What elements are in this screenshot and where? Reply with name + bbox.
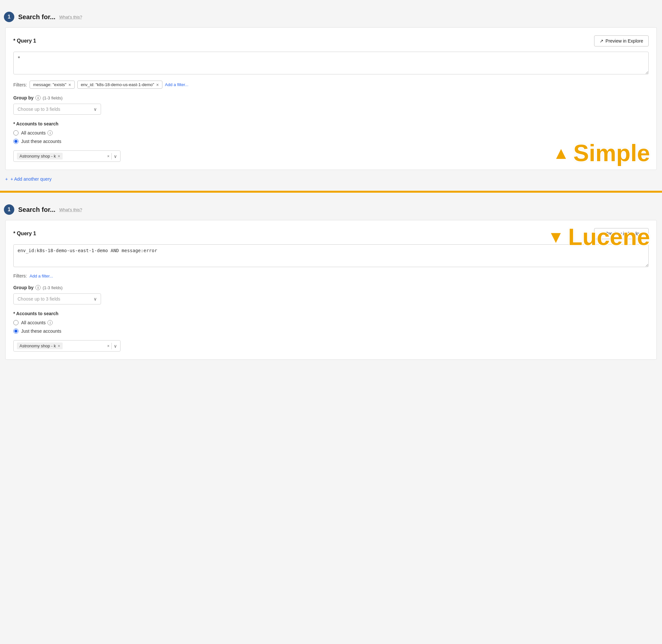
radio-all-input-lucene[interactable] <box>13 320 19 325</box>
radio-just-label-lucene: Just these accounts <box>21 328 62 334</box>
chip-remove-lucene[interactable]: × <box>58 344 60 348</box>
group-by-text-lucene: Group by <box>13 285 33 290</box>
account-chip-text-lucene: Astronomy shop - k <box>20 343 56 348</box>
radio-just-accounts-lucene[interactable]: Just these accounts <box>13 328 649 334</box>
query-input-simple[interactable]: * <box>13 52 649 74</box>
accounts-label-simple: * Accounts to search <box>13 121 649 127</box>
accounts-section-simple: * Accounts to search All accounts i Just… <box>13 121 649 162</box>
whats-this-simple[interactable]: What's this? <box>60 15 82 20</box>
radio-all-accounts-simple[interactable]: All accounts i <box>13 130 649 136</box>
account-chips-actions-lucene: × ∨ <box>107 343 117 349</box>
filter-chip-envid: env_id: "k8s-18-demo-us-east-1-demo" × <box>77 80 162 89</box>
section-title-lucene: Search for... <box>18 206 55 213</box>
add-filter-btn-lucene[interactable]: Add a filter... <box>29 274 53 278</box>
filters-label-simple: Filters: <box>13 82 27 87</box>
group-by-info-icon-simple[interactable]: i <box>36 95 41 100</box>
card-header-lucene: * Query 1 ↗ Preview in Explore <box>13 228 649 239</box>
chips-clear-lucene[interactable]: × <box>107 344 110 348</box>
group-by-dropdown-simple[interactable]: Choose up to 3 fields ∨ <box>13 104 101 115</box>
section-header-lucene: 1 Search for... What's this? <box>0 199 662 220</box>
group-by-placeholder-simple: Choose up to 3 fields <box>18 107 61 112</box>
group-by-section-simple: Group by i (1-3 fields) Choose up to 3 f… <box>13 95 649 115</box>
radio-all-input-simple[interactable] <box>13 130 19 136</box>
filter-chip-message: message: "exists" × <box>29 80 75 89</box>
preview-btn-label-lucene: Preview in Explore <box>606 231 643 236</box>
group-by-info-icon-lucene[interactable]: i <box>36 285 41 290</box>
radio-just-accounts-simple[interactable]: Just these accounts <box>13 139 649 144</box>
radio-all-label-simple: All accounts i <box>21 130 53 136</box>
group-by-label-simple: Group by i (1-3 fields) <box>13 95 649 100</box>
radio-just-input-simple[interactable] <box>13 139 19 144</box>
preview-btn-simple[interactable]: ↗ Preview in Explore <box>594 36 649 46</box>
filters-label-lucene: Filters: <box>13 273 27 278</box>
filter-chip-envid-text: env_id: "k8s-18-demo-us-east-1-demo" <box>81 82 154 87</box>
accounts-label-lucene: * Accounts to search <box>13 311 649 316</box>
section-lucene: 1 Search for... What's this? ▼ Lucene * … <box>0 193 662 366</box>
radio-all-label-lucene: All accounts i <box>21 320 53 325</box>
account-chip-lucene: Astronomy shop - k × <box>17 343 63 349</box>
group-by-dropdown-lucene[interactable]: Choose up to 3 fields ∨ <box>13 293 101 304</box>
accounts-label-text-lucene: * Accounts to search <box>13 311 58 316</box>
preview-btn-label-simple: Preview in Explore <box>606 38 643 44</box>
radio-group-lucene: All accounts i Just these accounts Astro… <box>13 320 649 351</box>
accounts-section-lucene: * Accounts to search All accounts i Just… <box>13 311 649 351</box>
group-by-label-lucene: Group by i (1-3 fields) <box>13 285 649 290</box>
chips-chevron-lucene[interactable]: ∨ <box>114 343 117 349</box>
account-chips-actions-simple: × ∨ <box>107 153 117 160</box>
preview-btn-lucene[interactable]: ↗ Preview in Explore <box>594 228 649 239</box>
field-count-simple: (1-3 fields) <box>43 95 62 100</box>
group-by-placeholder-lucene: Choose up to 3 fields <box>18 296 61 301</box>
chips-chevron-simple[interactable]: ∨ <box>114 154 117 159</box>
radio-all-accounts-lucene[interactable]: All accounts i <box>13 320 649 325</box>
add-query-btn[interactable]: + + Add another query <box>0 170 662 184</box>
filter-chip-envid-remove[interactable]: × <box>156 83 159 87</box>
account-chips-row-lucene: Astronomy shop - k × × ∨ <box>13 340 120 351</box>
add-filter-btn-simple[interactable]: Add a filter... <box>165 82 188 87</box>
radio-all-label-text-lucene: All accounts <box>21 320 46 325</box>
group-by-section-lucene: Group by i (1-3 fields) Choose up to 3 f… <box>13 285 649 304</box>
chevron-down-icon-lucene: ∨ <box>94 296 97 301</box>
add-query-icon: + <box>5 177 8 182</box>
chips-clear-simple[interactable]: × <box>107 154 110 159</box>
radio-just-input-lucene[interactable] <box>13 328 19 334</box>
step-badge-simple: 1 <box>4 12 14 22</box>
group-by-text-simple: Group by <box>13 95 33 100</box>
chip-remove-simple[interactable]: × <box>58 154 60 159</box>
all-accounts-info-icon-simple[interactable]: i <box>47 130 53 136</box>
query-input-lucene[interactable]: env_id:k8s-18-demo-us-east-1-demo AND me… <box>13 244 649 267</box>
query-label-simple: * Query 1 <box>13 38 36 44</box>
filter-chip-message-remove[interactable]: × <box>68 83 71 87</box>
section-title-simple: Search for... <box>18 13 55 21</box>
step-badge-lucene: 1 <box>4 204 14 215</box>
filters-row-simple: Filters: message: "exists" × env_id: "k8… <box>13 80 649 89</box>
filter-chip-message-text: message: "exists" <box>33 82 66 87</box>
accounts-label-text-simple: * Accounts to search <box>13 121 58 127</box>
section-simple: 1 Search for... What's this? * Query 1 ↗… <box>0 0 662 191</box>
account-chip-simple: Astronomy shop - k × <box>17 153 63 160</box>
card-header-simple: * Query 1 ↗ Preview in Explore <box>13 36 649 46</box>
external-link-icon-lucene: ↗ <box>600 231 604 236</box>
all-accounts-info-icon-lucene[interactable]: i <box>47 320 53 325</box>
account-chips-row-simple: Astronomy shop - k × × ∨ <box>13 151 120 162</box>
filters-row-lucene: Filters: Add a filter... <box>13 273 649 278</box>
radio-group-simple: All accounts i Just these accounts Astro… <box>13 130 649 162</box>
add-query-label: + Add another query <box>10 177 52 182</box>
section-header-simple: 1 Search for... What's this? <box>0 6 662 27</box>
card-lucene: ▼ Lucene * Query 1 ↗ Preview in Explore … <box>5 220 657 360</box>
radio-just-label-simple: Just these accounts <box>21 139 62 144</box>
field-count-lucene: (1-3 fields) <box>43 285 62 290</box>
external-link-icon: ↗ <box>600 38 604 44</box>
whats-this-lucene[interactable]: What's this? <box>60 207 82 212</box>
chevron-down-icon-simple: ∨ <box>94 107 97 112</box>
account-chip-text-simple: Astronomy shop - k <box>20 154 56 159</box>
card-simple: * Query 1 ↗ Preview in Explore * Filters… <box>5 27 657 170</box>
radio-all-label-text-simple: All accounts <box>21 130 46 136</box>
query-label-lucene: * Query 1 <box>13 231 36 236</box>
